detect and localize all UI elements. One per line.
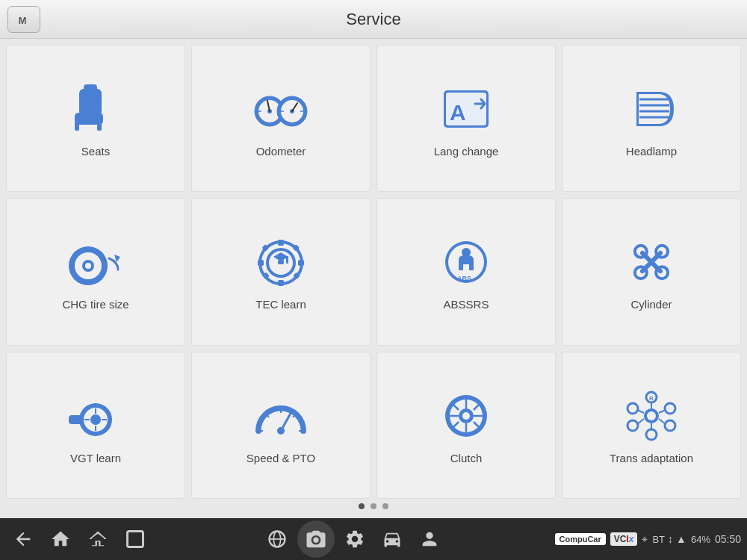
service-grid: Seats: [6, 45, 741, 499]
lang-change-label: Lang change: [434, 145, 499, 158]
seats-label: Seats: [81, 145, 110, 158]
tile-vgt-learn[interactable]: VGT learn: [6, 352, 185, 499]
home-button[interactable]: M: [7, 6, 40, 33]
settings-button[interactable]: [338, 523, 372, 556]
svg-point-30: [85, 263, 91, 269]
square-icon: [125, 529, 146, 550]
svg-line-99: [637, 419, 644, 424]
cylinder-icon: [618, 232, 685, 292]
camera-button[interactable]: [297, 520, 335, 558]
battery-percent: 64%: [691, 534, 710, 545]
pagination: [6, 499, 741, 512]
svg-point-94: [665, 420, 675, 431]
svg-rect-49: [278, 260, 284, 264]
home-icon: M: [16, 11, 32, 28]
speed-pto-icon: [247, 386, 314, 446]
tile-clutch[interactable]: Clutch: [376, 352, 556, 499]
seats-icon: [62, 79, 129, 139]
home-nav-icon: [50, 529, 71, 550]
pagination-dot-1[interactable]: [359, 503, 365, 509]
bottom-bar: CompuCar VCIx ⌖ BT ↕ ▲ 64% 05:50: [0, 518, 747, 560]
svg-rect-37: [278, 240, 284, 246]
pagination-dot-3[interactable]: [382, 503, 388, 509]
car-button[interactable]: [375, 523, 409, 556]
bottom-nav-center: [260, 520, 447, 558]
svg-text:ABS: ABS: [457, 275, 471, 282]
time-display: 05:50: [715, 533, 741, 545]
tile-speed-pto[interactable]: Speed & PTO: [191, 352, 371, 499]
abssrs-label: ABSSRS: [444, 298, 489, 311]
headlamp-icon: [618, 79, 685, 139]
svg-text:R: R: [649, 395, 654, 402]
odometer-label: Odometer: [256, 145, 306, 158]
tile-tec-learn[interactable]: TEC learn: [191, 198, 371, 345]
svg-point-62: [90, 414, 101, 425]
svg-point-78: [462, 412, 470, 420]
account-icon: [419, 529, 440, 550]
globe-icon: [267, 529, 288, 550]
svg-rect-102: [128, 532, 143, 547]
bottom-nav-left: [6, 523, 152, 556]
vgt-learn-icon: [62, 386, 129, 446]
back-button[interactable]: [6, 523, 40, 556]
tile-seats[interactable]: Seats: [6, 45, 185, 192]
svg-rect-48: [286, 256, 288, 264]
svg-text:M: M: [19, 14, 27, 25]
tec-learn-icon: [247, 232, 314, 292]
battery-status: 64%: [691, 534, 710, 545]
wifi-icon: ↕: [668, 533, 673, 545]
chg-tire-size-label: CHG tire size: [62, 298, 128, 311]
settings-icon: [344, 529, 365, 550]
trans-adaptation-label: Trans adaptation: [610, 452, 693, 464]
tile-odometer[interactable]: Odometer: [191, 45, 371, 192]
camera-icon: [305, 528, 327, 550]
car-icon: [382, 529, 403, 550]
odometer-icon: [247, 79, 314, 139]
svg-text:A: A: [450, 100, 466, 125]
main-content: Seats: [0, 39, 747, 518]
house-outline-icon: [87, 529, 108, 550]
tile-headlamp[interactable]: Headlamp: [562, 45, 741, 192]
svg-point-92: [665, 403, 675, 414]
tile-trans-adaptation[interactable]: R: [562, 352, 741, 499]
tile-abssrs[interactable]: ABS ABSSRS: [376, 198, 556, 345]
tile-cylinder[interactable]: Cylinder: [562, 198, 741, 345]
chg-tire-icon: [62, 232, 129, 292]
svg-line-95: [659, 419, 666, 424]
globe-button[interactable]: [260, 523, 294, 556]
vci-badge: VCIx: [610, 532, 638, 546]
header: M Service: [0, 0, 747, 39]
clutch-icon: [433, 386, 500, 446]
pagination-dot-2[interactable]: [371, 503, 376, 509]
svg-rect-4: [97, 122, 102, 131]
clutch-label: Clutch: [450, 452, 483, 464]
vci-text: VCIx: [614, 534, 634, 544]
tile-chg-tire-size[interactable]: CHG tire size: [6, 198, 185, 345]
tile-lang-change[interactable]: A Lang change: [376, 45, 556, 192]
cylinder-label: Cylinder: [630, 298, 672, 311]
svg-rect-63: [69, 415, 84, 424]
trans-adaptation-icon: R: [618, 386, 685, 446]
lang-change-icon: A: [433, 79, 500, 139]
bottom-status-area: CompuCar VCIx ⌖ BT ↕ ▲ 64% 05:50: [555, 532, 742, 546]
svg-rect-40: [298, 260, 304, 266]
location-icon: ⌖: [642, 533, 648, 546]
vgt-learn-label: VGT learn: [70, 452, 121, 464]
back-icon: [13, 529, 34, 550]
svg-rect-39: [258, 260, 264, 266]
svg-point-100: [627, 403, 638, 414]
svg-point-98: [627, 420, 638, 431]
bt-icon: BT: [652, 534, 665, 545]
svg-rect-38: [278, 280, 284, 286]
logo-text: CompuCar: [560, 535, 601, 544]
headlamp-label: Headlamp: [626, 145, 677, 158]
square-button[interactable]: [118, 523, 152, 556]
svg-rect-5: [84, 84, 97, 93]
svg-point-88: [647, 411, 656, 420]
svg-rect-3: [75, 122, 79, 131]
abssrs-icon: ABS: [433, 232, 500, 292]
account-button[interactable]: [412, 523, 447, 556]
house-outline-button[interactable]: [81, 523, 115, 556]
home-nav-button[interactable]: [43, 523, 78, 556]
connectivity-status: BT ↕ ▲: [652, 533, 686, 545]
